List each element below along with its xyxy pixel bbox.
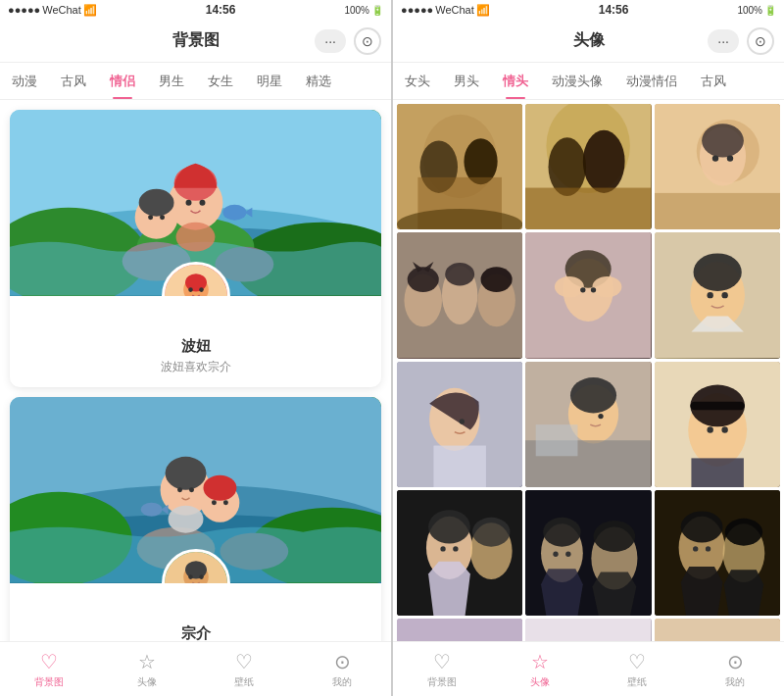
svg-rect-120 <box>397 619 522 641</box>
photo-14[interactable] <box>525 619 651 641</box>
svg-point-103 <box>453 546 458 551</box>
left-tab-nvsheng[interactable]: 女生 <box>196 63 245 99</box>
left-tab-jingxuan[interactable]: 精选 <box>294 63 343 99</box>
svg-point-61 <box>726 155 732 161</box>
photo-2[interactable] <box>525 104 651 229</box>
right-nav-background-label: 背景图 <box>427 675 457 689</box>
svg-point-112 <box>594 521 636 552</box>
right-actions: ··· ⊙ <box>708 27 774 55</box>
left-nav-mine-label: 我的 <box>332 675 352 689</box>
svg-point-79 <box>693 254 741 291</box>
svg-point-20 <box>185 273 207 291</box>
right-tab-gufeng[interactable]: 古风 <box>689 63 738 99</box>
right-target-button[interactable]: ⊙ <box>747 27 774 55</box>
photo-10[interactable] <box>397 490 522 616</box>
left-tab-qinglu[interactable]: 情侣 <box>98 63 147 99</box>
photo-7[interactable] <box>397 362 522 487</box>
right-tab-dongman-qinglv[interactable]: 动漫情侣 <box>614 63 689 99</box>
left-card-2[interactable]: 宗介 我也喜欢你 <box>10 397 381 641</box>
right-tab-dongman-tou[interactable]: 动漫头像 <box>540 63 614 99</box>
left-nav-avatar-icon: ☆ <box>138 650 156 673</box>
left-card-1-desc: 波妞喜欢宗介 <box>20 359 371 375</box>
svg-point-16 <box>148 215 153 220</box>
right-nav-avatar-icon: ☆ <box>531 650 549 673</box>
svg-point-115 <box>680 511 722 542</box>
left-card-1-name: 波妞 <box>20 337 371 356</box>
left-tab-gufeng[interactable]: 古风 <box>49 63 98 99</box>
photo-4[interactable] <box>397 232 522 358</box>
svg-point-22 <box>199 287 204 292</box>
left-nav-mine[interactable]: ⊙ 我的 <box>293 650 391 689</box>
svg-point-17 <box>160 215 165 220</box>
right-signal-dots: ●●●●● <box>401 4 433 16</box>
photo-12[interactable] <box>655 490 780 616</box>
left-tab-mingxing[interactable]: 明星 <box>245 63 294 99</box>
left-card-2-name: 宗介 <box>20 624 371 641</box>
right-nav-avatar[interactable]: ☆ 头像 <box>491 650 589 689</box>
svg-point-84 <box>460 419 465 423</box>
svg-point-59 <box>702 124 744 157</box>
right-carrier: WeChat <box>435 4 474 16</box>
svg-rect-55 <box>525 188 651 230</box>
svg-point-42 <box>185 561 207 578</box>
left-nav-wallpaper[interactable]: ♡ 壁纸 <box>196 650 294 689</box>
left-card-2-bg <box>10 397 381 583</box>
right-phone: ●●●●● WeChat 📶 14:56 100% 🔋 头像 ··· ⊙ 女头 … <box>393 0 784 696</box>
left-nav-background-icon: ♡ <box>40 650 58 673</box>
right-battery-icon: 🔋 <box>764 5 776 16</box>
svg-rect-95 <box>690 401 745 410</box>
left-tab-dongman[interactable]: 动漫 <box>0 63 49 99</box>
right-top-bar: 头像 ··· ⊙ <box>393 20 784 63</box>
right-photo-grid <box>393 100 784 641</box>
svg-point-96 <box>707 426 712 432</box>
left-target-button[interactable]: ⊙ <box>354 27 381 55</box>
photo-8[interactable] <box>525 362 651 487</box>
right-nav-mine-label: 我的 <box>725 675 745 689</box>
left-actions: ··· ⊙ <box>315 27 381 55</box>
svg-point-15 <box>139 189 174 217</box>
svg-point-110 <box>566 552 571 557</box>
left-card-1-info: 波妞 波妞喜欢宗介 <box>10 296 381 387</box>
svg-point-69 <box>481 268 513 293</box>
photo-1[interactable] <box>397 104 522 229</box>
left-tab-nansheng[interactable]: 男生 <box>147 63 196 99</box>
svg-point-43 <box>188 574 193 579</box>
svg-rect-91 <box>536 424 578 456</box>
left-nav-avatar[interactable]: ☆ 头像 <box>98 650 196 689</box>
left-nav-wallpaper-icon: ♡ <box>235 650 253 673</box>
right-nav-mine[interactable]: ⊙ 我的 <box>686 650 784 689</box>
right-nav-wallpaper-label: 壁纸 <box>627 675 647 689</box>
left-nav-background[interactable]: ♡ 背景图 <box>0 650 98 689</box>
right-tab-nantou[interactable]: 男头 <box>442 63 491 99</box>
left-nav-background-label: 背景图 <box>34 675 64 689</box>
left-content[interactable]: 波妞 波妞喜欢宗介 <box>0 100 391 641</box>
svg-point-31 <box>166 457 207 490</box>
photo-6[interactable] <box>655 232 780 358</box>
svg-point-67 <box>408 268 439 293</box>
right-nav-background[interactable]: ♡ 背景图 <box>393 650 491 689</box>
right-more-button[interactable]: ··· <box>708 29 739 53</box>
photo-11[interactable] <box>525 490 651 616</box>
svg-point-21 <box>188 287 193 292</box>
left-card-1[interactable]: 波妞 波妞喜欢宗介 <box>10 110 381 387</box>
svg-rect-125 <box>525 619 651 641</box>
photo-15[interactable] <box>655 619 780 641</box>
right-tab-qingtou[interactable]: 情头 <box>491 63 540 99</box>
photo-9[interactable] <box>655 362 780 487</box>
svg-point-97 <box>721 426 727 432</box>
photo-5[interactable] <box>525 232 651 358</box>
photo-13[interactable] <box>397 619 522 641</box>
svg-point-76 <box>591 287 596 292</box>
right-battery: 100% 🔋 <box>737 5 776 16</box>
right-nav-wallpaper[interactable]: ♡ 壁纸 <box>589 650 687 689</box>
right-battery-pct: 100% <box>737 5 762 16</box>
svg-point-109 <box>554 552 559 557</box>
right-content <box>393 100 784 641</box>
left-bottom-nav: ♡ 背景图 ☆ 头像 ♡ 壁纸 ⊙ 我的 <box>0 641 391 696</box>
svg-point-117 <box>706 546 710 551</box>
svg-point-37 <box>212 500 217 505</box>
photo-3[interactable] <box>655 104 780 229</box>
left-more-button[interactable]: ··· <box>315 29 346 53</box>
right-tab-nvtou[interactable]: 女头 <box>393 63 442 99</box>
right-nav-avatar-label: 头像 <box>530 675 550 689</box>
